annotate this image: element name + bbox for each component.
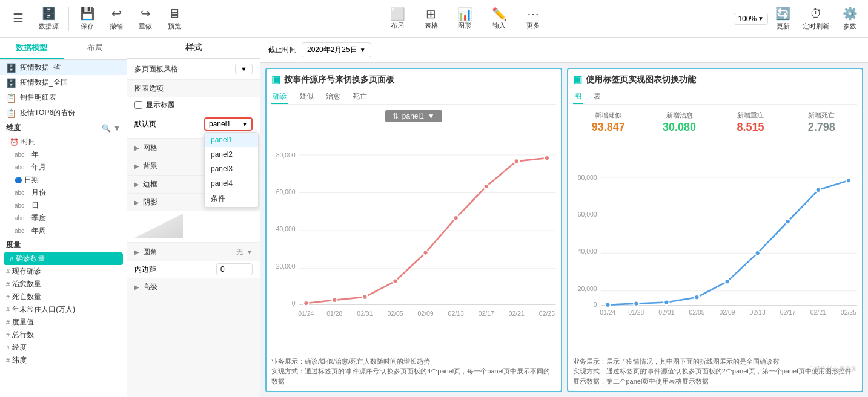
- shadow-preview-svg: [134, 214, 183, 238]
- svg-marker-0: [134, 214, 183, 238]
- svg-text:01/24: 01/24: [600, 309, 615, 316]
- preview-button[interactable]: 🖥 预览: [161, 4, 188, 33]
- datasource-button[interactable]: 🗄️ 数据源: [34, 4, 64, 33]
- chart2-tab-1[interactable]: 表: [592, 89, 602, 104]
- show-title-checkbox[interactable]: [134, 101, 142, 109]
- params-button[interactable]: ⚙️ 参数: [837, 4, 863, 33]
- dim-item-6[interactable]: abc季度: [0, 212, 127, 225]
- select-box-selected[interactable]: panel1 ▼: [209, 120, 248, 128]
- datasource-item-3[interactable]: 📋疫情TOP6的省份: [0, 105, 127, 120]
- svg-point-22: [362, 294, 367, 299]
- stat-label-1: 新增治愈: [646, 111, 712, 120]
- svg-text:02/21: 02/21: [509, 310, 525, 317]
- measure-item-2[interactable]: #治愈数量: [0, 278, 127, 290]
- chart2-tab-0[interactable]: 图: [573, 89, 583, 104]
- style-dropdown[interactable]: ▼: [235, 64, 253, 74]
- dropdown-item-panel4[interactable]: panel4: [205, 176, 258, 191]
- middle-panel: 样式 多页面板风格 ▼ 图表选项 显示标题 默认页 panel1 ▼: [127, 38, 260, 397]
- svg-text:02/25: 02/25: [840, 309, 856, 316]
- type-badge-7: abc: [15, 228, 29, 234]
- more-button[interactable]: ⋯ 更多: [519, 4, 547, 33]
- hash-icon-1: #: [6, 268, 10, 275]
- padding-input[interactable]: [216, 263, 253, 275]
- undo-button[interactable]: ↩ 撤销: [103, 4, 130, 33]
- expand-icon[interactable]: ▼: [113, 124, 121, 133]
- type-badge-4: abc: [15, 189, 29, 196]
- dim-item-5[interactable]: abc日: [0, 199, 127, 212]
- stats-row: 新增疑似 93.847 新增治愈 30.080 新增重症 8.515 新增死亡 …: [573, 108, 858, 136]
- default-page-select[interactable]: panel1 ▼ panel1 panel2 panel3 panel4 条件: [204, 117, 253, 131]
- chart1-tab-3[interactable]: 死亡: [351, 89, 368, 104]
- measure-item-7[interactable]: #经度: [0, 341, 127, 354]
- input-button[interactable]: ✏️ 输入: [485, 4, 514, 33]
- svg-point-51: [694, 295, 699, 300]
- chart-card-2: ▣ 使用标签页实现图表切换功能 图 表 新增疑似 93.847 新增治愈 30.…: [567, 68, 864, 392]
- table-button[interactable]: ⊞ 表格: [417, 4, 445, 33]
- timed-refresh-button[interactable]: ⏱ 定时刷新: [798, 4, 834, 33]
- dropdown-item-panel1[interactable]: panel1: [205, 133, 258, 147]
- chart-options-label: 图表选项: [127, 80, 260, 97]
- measure-item-5[interactable]: #度量值: [0, 316, 127, 329]
- dim-item-1[interactable]: abc年: [0, 148, 127, 161]
- dim-item-4[interactable]: abc月份: [0, 186, 127, 199]
- svg-text:40,000: 40,000: [577, 248, 597, 255]
- chart1-tab-2[interactable]: 治愈: [325, 89, 342, 104]
- save-button[interactable]: 💾 保存: [74, 4, 101, 33]
- svg-text:01/24: 01/24: [298, 310, 314, 317]
- tab-layout[interactable]: 布局: [64, 38, 127, 59]
- tab-data-model[interactable]: 数据模型: [0, 38, 64, 59]
- dim-item-0[interactable]: ⏰时间: [0, 136, 127, 148]
- menu-button[interactable]: ☰: [5, 8, 31, 29]
- more-label: 更多: [526, 21, 540, 30]
- advanced-section[interactable]: ▶ 高级: [127, 278, 260, 296]
- datasource-item-0[interactable]: 🗄️疫情数据_省: [0, 60, 127, 75]
- time-icon-0: ⏰: [10, 138, 19, 146]
- stat-box-2: 新增重症 8.515: [715, 108, 786, 136]
- middle-title: 样式: [127, 38, 260, 59]
- params-label: 参数: [843, 22, 856, 31]
- dim-item-3[interactable]: 🔵日期: [0, 174, 127, 186]
- date-value: 2020年2月25日: [307, 45, 357, 55]
- measure-header: 度量: [0, 237, 127, 252]
- dropdown-item-condition[interactable]: 条件: [205, 191, 258, 207]
- chart1-title-text: 按事件源序号来切换多页面板: [284, 74, 394, 85]
- panel-name: panel1: [402, 112, 424, 120]
- chart-button[interactable]: 📊 图形: [450, 4, 480, 33]
- datasource-item-2[interactable]: 📋销售明细表: [0, 90, 127, 105]
- dropdown-item-panel2[interactable]: panel2: [205, 147, 258, 162]
- measure-item-1[interactable]: #现存确诊: [0, 265, 127, 278]
- svg-text:60,000: 60,000: [577, 211, 597, 218]
- chart1-title-icon: ▣: [271, 74, 280, 85]
- stat-label-0: 新增疑似: [575, 111, 641, 120]
- zoom-control[interactable]: 100% ▼: [734, 13, 768, 25]
- refresh-button[interactable]: 🔄 更新: [770, 4, 795, 33]
- svg-point-56: [846, 178, 850, 183]
- date-select[interactable]: 2020年2月25日 ▼: [302, 42, 371, 57]
- measure-name-2: 治愈数量: [12, 279, 41, 289]
- stat-value-3: 2.798: [789, 121, 855, 134]
- corner-section[interactable]: ▶ 圆角 无 ▼: [127, 243, 260, 261]
- dim-name-5: 日: [31, 200, 39, 211]
- measure-item-4[interactable]: #年末常住人口(万人): [0, 303, 127, 316]
- dropdown-item-panel3[interactable]: panel3: [205, 162, 258, 176]
- layout-button[interactable]: ⬜ 布局: [383, 4, 412, 33]
- dim-label: 维度: [6, 123, 21, 133]
- search-icon[interactable]: 🔍: [102, 124, 111, 133]
- svg-text:02/05: 02/05: [387, 310, 403, 317]
- padding-label: 内边距: [134, 264, 156, 275]
- chart1-tab-1[interactable]: 疑似: [298, 89, 315, 104]
- measure-item-0[interactable]: #确诊数量: [4, 252, 123, 265]
- measure-item-3[interactable]: #死亡数量: [0, 290, 127, 303]
- measure-item-8[interactable]: #纬度: [0, 354, 127, 367]
- dim-item-2[interactable]: abc年月: [0, 161, 127, 174]
- dim-item-7[interactable]: abc年周: [0, 225, 127, 237]
- svg-text:20,000: 20,000: [577, 286, 597, 292]
- redo-button[interactable]: ↪ 重做: [132, 4, 159, 33]
- chart1-tab-0[interactable]: 确诊: [271, 89, 288, 104]
- default-page-row: 默认页 panel1 ▼ panel1 panel2 panel3 panel4…: [134, 117, 253, 131]
- datasource-item-1[interactable]: 🗄️疫情数据_全国: [0, 75, 127, 90]
- selected-option-text: panel1: [209, 120, 231, 128]
- panel-arrows-icon: ⇅: [393, 112, 399, 120]
- measure-item-6[interactable]: #总行数: [0, 329, 127, 341]
- svg-point-20: [303, 301, 308, 306]
